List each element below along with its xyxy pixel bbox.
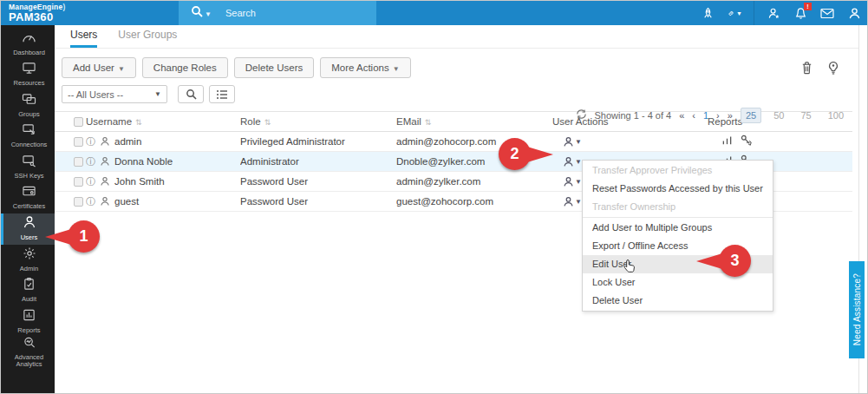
user-icon [100, 156, 110, 167]
first-page-button[interactable]: « [679, 110, 684, 121]
next-page-button[interactable]: › [716, 110, 720, 121]
sidebar-item-dashboard[interactable]: Dashboard [1, 29, 55, 60]
audit-clipboard-icon [23, 277, 36, 294]
sort-icon[interactable]: ⇅ [425, 118, 432, 127]
quick-links-icon[interactable]: ▼ [727, 5, 742, 21]
annotation-step-3: 3 [719, 245, 751, 277]
sidebar-item-groups[interactable]: Groups [1, 90, 55, 121]
row-checkbox[interactable] [74, 157, 83, 167]
user-actions-icon [563, 136, 574, 148]
role-text: Password User [240, 172, 396, 192]
sort-icon[interactable]: ⇅ [135, 118, 142, 127]
caret-down-icon: ▼ [575, 158, 582, 166]
add-user-button[interactable]: Add User▼ [62, 57, 136, 78]
user-actions-icon [563, 156, 574, 167]
tab-bar: Users User Groups [55, 25, 858, 49]
current-page[interactable]: 1 [703, 110, 708, 121]
annotation-step-1: 1 [68, 220, 100, 253]
page-size-100[interactable]: 100 [824, 108, 848, 122]
sidebar-item-admin[interactable]: Admin [1, 245, 55, 276]
hand-cursor-icon [623, 259, 636, 277]
menu-item-transfer-ownership: Transfer Ownership [583, 198, 773, 216]
filter-row: -- All Users --▼ [62, 85, 858, 103]
mail-icon[interactable] [819, 5, 835, 21]
email-text: guest@zohocorp.com [396, 192, 552, 212]
pagination: Showing 1 - 4 of 4 « ‹ 1 › » 25 50 75 10… [576, 108, 849, 123]
sidebar-item-reports[interactable]: Reports [1, 306, 55, 338]
info-icon[interactable]: ⓘ [86, 155, 95, 168]
delete-users-button[interactable]: Delete Users [234, 57, 314, 78]
annotation-arrow-icon [45, 229, 71, 245]
username-text: guest [114, 196, 139, 207]
quick-links-caret-icon: ▼ [736, 10, 742, 16]
brand-name: ManageEngine [9, 3, 62, 11]
sidebar-item-advanced-analytics[interactable]: Advanced Analytics [1, 337, 55, 368]
password-access-report-icon[interactable] [740, 135, 754, 148]
top-header: ManageEngine) PAM360 ▼ ▼ ! [1, 1, 867, 25]
users-icon [23, 215, 36, 233]
showing-count: Showing 1 - 4 of 4 [595, 110, 672, 121]
search-icon[interactable] [191, 5, 203, 21]
page-size-25[interactable]: 25 [741, 108, 761, 123]
profile-user-icon[interactable] [846, 5, 862, 21]
column-chooser-button[interactable] [209, 85, 235, 103]
menu-item-add-user-to-groups[interactable]: Add User to Multiple Groups [583, 219, 773, 237]
select-all-checkbox[interactable] [74, 117, 83, 127]
info-icon[interactable]: ⓘ [86, 195, 95, 208]
menu-item-reset-passwords[interactable]: Reset Passwords Accessed by this User [583, 180, 773, 198]
sort-icon[interactable]: ⇅ [264, 118, 271, 127]
tab-user-groups[interactable]: User Groups [118, 29, 177, 48]
row-checkbox[interactable] [74, 197, 83, 207]
admin-user-star-icon[interactable] [766, 5, 781, 21]
user-icon [100, 176, 110, 187]
header-divider [754, 1, 754, 25]
column-header-username[interactable]: Username⇅ [86, 112, 240, 132]
prev-page-button[interactable]: ‹ [692, 110, 695, 121]
page-size-75[interactable]: 75 [796, 108, 815, 122]
more-actions-button[interactable]: More Actions▼ [320, 57, 410, 78]
groups-icon [22, 93, 36, 109]
user-report-icon[interactable] [721, 135, 733, 148]
last-page-button[interactable]: » [728, 110, 733, 121]
username-text: Donna Noble [114, 156, 173, 167]
magnifier-icon [186, 89, 197, 100]
role-text: Password User [240, 192, 396, 212]
resources-icon [22, 62, 36, 78]
tips-bulb-icon[interactable] [827, 61, 843, 76]
search-scope-caret-icon[interactable]: ▼ [205, 10, 212, 18]
column-header-role[interactable]: Role⇅ [240, 112, 396, 132]
menu-item-transfer-approver-privileges: Transfer Approver Privileges [583, 161, 773, 180]
sidebar-item-certificates[interactable]: Certificates [1, 183, 55, 214]
table-row-admin[interactable]: ⓘadmin Privileged Administrator admin@zo… [55, 132, 852, 152]
sidebar-item-resources[interactable]: Resources [1, 60, 55, 91]
row-checkbox[interactable] [74, 137, 83, 147]
search-input[interactable] [225, 8, 356, 18]
need-assistance-tab[interactable]: Need Assistance? [849, 261, 865, 358]
user-actions-icon [563, 176, 574, 187]
getting-started-rocket-icon[interactable] [700, 5, 715, 21]
info-icon[interactable]: ⓘ [86, 175, 95, 188]
tab-users[interactable]: Users [70, 29, 97, 48]
row-checkbox[interactable] [74, 177, 83, 187]
role-text: Administrator [240, 152, 396, 172]
change-roles-button[interactable]: Change Roles [142, 57, 228, 78]
user-actions-dropdown[interactable]: ▼ [552, 136, 708, 148]
trash-icon[interactable] [800, 61, 816, 76]
sidebar-item-ssh-keys[interactable]: SSH Keys [1, 152, 55, 183]
info-icon[interactable]: ⓘ [86, 135, 95, 148]
sidebar-item-audit[interactable]: Audit [1, 275, 55, 306]
refresh-icon[interactable] [576, 108, 587, 122]
ssh-keys-icon [22, 154, 36, 171]
column-header-email[interactable]: EMail⇅ [396, 112, 552, 132]
user-actions-icon [563, 196, 574, 207]
sidebar-item-connections[interactable]: Connections [1, 121, 55, 153]
reports-icon [23, 308, 36, 325]
user-filter-select[interactable]: -- All Users --▼ [62, 85, 167, 103]
dashboard-icon [22, 31, 36, 48]
page-size-50[interactable]: 50 [769, 108, 788, 122]
global-search-bar[interactable]: ▼ [179, 1, 376, 25]
notifications-bell-icon[interactable]: ! [793, 5, 808, 21]
table-search-button[interactable] [178, 85, 204, 103]
menu-item-delete-user[interactable]: Delete User [583, 292, 773, 310]
brand-swoosh-icon: ) [62, 3, 65, 11]
